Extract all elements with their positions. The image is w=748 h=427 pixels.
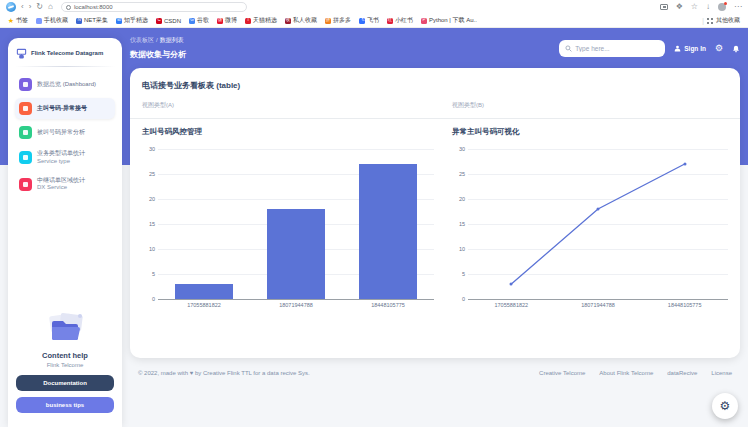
address-bar[interactable]: localhost:8000 [61, 2, 247, 12]
bookmark-label: 小红书 [395, 16, 413, 25]
y-tick-label: 15 [141, 221, 155, 227]
browser-logo-icon [6, 2, 16, 12]
bookmark-item[interactable]: G谷歌 [189, 16, 209, 25]
documentation-button[interactable]: Documentation [16, 375, 114, 391]
bookmark-item[interactable]: NNET采集 [76, 16, 108, 25]
bar-chart: 051015202530 170558818221807194478818448… [142, 139, 434, 308]
bookmark-item[interactable]: CCSDN [156, 18, 181, 24]
breadcrumb-title-block: 仪表板区/数据列表 数据收集与分析 [130, 36, 186, 60]
sidebar-item-callee-analysis[interactable]: 被叫号码异常分析 [15, 122, 115, 143]
header-actions: Sign In ⚙ [559, 40, 740, 57]
bookmark-favicon: 收 [285, 18, 291, 24]
sidebar-item-caller-anomaly[interactable]: 主叫号码-异常接号 [15, 98, 115, 119]
bookmark-favicon: P [421, 18, 427, 24]
pip-icon[interactable] [660, 4, 668, 10]
sidebar-item-sub-label: Service type [37, 158, 85, 166]
card-title: 电话接号业务看板表 (table) [142, 80, 728, 91]
settings-fab-button[interactable]: ⚙ [712, 393, 738, 419]
y-tick-label: 0 [141, 296, 155, 302]
page-header: 仪表板区/数据列表 数据收集与分析 Sign In [130, 36, 740, 68]
back-button[interactable]: ‹ [21, 3, 24, 11]
other-bookmarks-button[interactable]: | 其他收藏 [702, 16, 740, 25]
favorite-star-icon[interactable]: ☆ [691, 3, 698, 11]
user-icon [674, 45, 681, 52]
service-type-icon [19, 151, 32, 164]
footer-link-about[interactable]: About Flink Telcome [599, 370, 653, 376]
x-tick-label: 17055881822 [158, 302, 250, 308]
sign-in-button[interactable]: Sign In [674, 45, 706, 52]
bookmark-label: 谷歌 [197, 16, 209, 25]
footer-link-creative[interactable]: Creative Telcome [539, 370, 585, 376]
sidebar-item-service-type[interactable]: 业务类型话单统计 Service type [15, 146, 115, 170]
browser-menu-icon[interactable]: ⋯ [734, 3, 742, 11]
footer-link-license[interactable]: License [711, 370, 732, 376]
sidebar-item-dx-service[interactable]: 中继话单区域统计 DX Service [15, 173, 115, 197]
help-title: Content help [42, 351, 88, 360]
extensions-icon[interactable]: ❖ [676, 3, 683, 11]
x-tick-label: 17055881822 [468, 302, 555, 308]
bookmark-item[interactable]: PPython | 下载 Au.. [421, 16, 477, 25]
y-tick-label: 25 [451, 171, 465, 177]
line-chart-title: 异常主叫号码可视化 [452, 127, 728, 137]
bookmark-item[interactable]: 知知乎精选 [116, 16, 148, 25]
breadcrumb-root[interactable]: 仪表板区 [130, 37, 154, 43]
bookmark-item[interactable]: 微微博 [217, 16, 237, 25]
bookmark-favicon: C [156, 18, 162, 24]
bookmark-favicon: 知 [116, 18, 122, 24]
charts-row: 051015202530 170558818221807194478818448… [142, 139, 728, 308]
sidebar-nav: 数据总览 (Dashboard) 主叫号码-异常接号 被叫号码异常分析 业务类型… [15, 74, 115, 199]
y-tick-label: 15 [451, 221, 465, 227]
profile-avatar[interactable] [718, 3, 726, 11]
bell-glyph [732, 45, 740, 53]
bar [175, 284, 234, 299]
bookmark-item[interactable]: 飞飞书 [359, 16, 379, 25]
x-tick-label: 18071944788 [250, 302, 342, 308]
bookmark-favicon [36, 18, 42, 24]
sidebar-divider [15, 66, 115, 67]
browser-toolbar: ‹ › ↻ ⌂ localhost:8000 ❖ ☆ ↓ ⋯ [0, 0, 748, 14]
bookmark-label: 手机收藏 [44, 16, 68, 25]
bookmark-favicon: 微 [217, 18, 223, 24]
search-box[interactable] [559, 40, 665, 57]
settings-gear-icon[interactable]: ⚙ [715, 44, 723, 53]
bookmark-favicon: N [76, 18, 82, 24]
bookmark-item[interactable]: T天猫精选 [245, 16, 277, 25]
bar-chart-xlabels: 170558818221807194478818448105775 [158, 302, 434, 308]
search-input[interactable] [575, 45, 657, 52]
downloads-icon[interactable]: ↓ [706, 3, 710, 11]
page-title: 数据收集与分析 [130, 49, 186, 60]
sidebar-brand[interactable]: Flink Telecome Datagram [15, 46, 115, 65]
bookmark-label: NET采集 [84, 16, 108, 25]
y-tick-label: 30 [451, 146, 465, 152]
bookmark-label: 知乎精选 [124, 16, 148, 25]
bookmark-favicon: G [189, 18, 195, 24]
search-icon [565, 45, 572, 52]
business-tips-button[interactable]: business tips [16, 397, 114, 413]
notifications-bell-icon[interactable] [732, 45, 740, 53]
forward-button[interactable]: › [29, 3, 32, 11]
bar [267, 209, 326, 299]
reload-button[interactable]: ↻ [36, 3, 43, 11]
footer-link-datarecive[interactable]: dataRecive [667, 370, 697, 376]
bookmark-label: 私人收藏 [293, 16, 317, 25]
gridline [158, 149, 434, 150]
x-tick-label: 18071944788 [555, 302, 642, 308]
y-tick-label: 10 [141, 246, 155, 252]
bookmark-item[interactable]: 红小红书 [387, 16, 413, 25]
bookmark-item[interactable]: ★书签 [8, 16, 28, 25]
site-info-icon[interactable] [66, 5, 71, 10]
sidebar-item-dashboard[interactable]: 数据总览 (Dashboard) [15, 74, 115, 95]
bar-chart-plot: 051015202530 [158, 149, 434, 299]
home-button[interactable]: ⌂ [48, 3, 53, 11]
bookmark-item[interactable]: 收私人收藏 [285, 16, 317, 25]
dashboard-icon [19, 78, 32, 91]
bookmarks-separator: | [702, 16, 704, 25]
chart-titles: 主叫号码风控管理 异常主叫号码可视化 [142, 127, 728, 137]
bookmark-item[interactable]: 手机收藏 [36, 16, 68, 25]
view-type-labels: 视图类型(A) 视图类型(B) [142, 101, 728, 110]
sidebar-help-card: Content help Flink Telcome Documentation… [15, 305, 115, 419]
sidebar-item-sub-label: DX Service [37, 184, 85, 192]
data-point-marker [683, 163, 686, 166]
y-tick-label: 10 [451, 246, 465, 252]
bookmark-item[interactable]: 拼拼多多 [325, 16, 351, 25]
